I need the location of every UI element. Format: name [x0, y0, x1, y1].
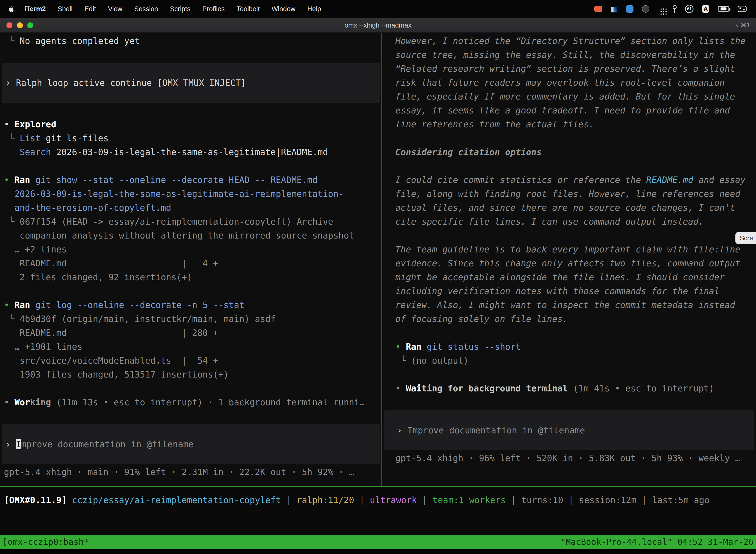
terminal-line: Search 2026-03-09-is-legal-the-same-as-l…	[4, 145, 380, 159]
menu-item-edit[interactable]: Edit	[79, 5, 102, 13]
terminal-line: • Waiting for background terminal (1m 41…	[395, 382, 751, 395]
terminal-line: • Explored	[4, 117, 380, 131]
terminal-line	[4, 382, 380, 395]
terminal-line: 2026-03-09-is-legal-the-same-as-legitima…	[4, 187, 380, 201]
model-status-left: gpt-5.4 xhigh · main · 91% left · 2.31M …	[4, 465, 380, 479]
dark-app-icon[interactable]	[642, 5, 649, 13]
menu-item-scripts[interactable]: Scripts	[164, 5, 196, 13]
text-cursor: I	[16, 439, 21, 449]
right-terminal-pane: However, I noticed the “Directory Struct…	[382, 33, 756, 486]
input-text: mprove documentation in @filename	[21, 439, 193, 449]
ralph-prompt-chevron: ›	[5, 78, 16, 88]
input-text: Improve documentation in @filename	[407, 426, 585, 435]
menu-bar: iTerm2 Shell Edit View Session Scripts P…	[0, 0, 756, 18]
menu-item-window[interactable]: Window	[266, 5, 301, 13]
key-icon[interactable]	[673, 5, 677, 9]
apple-menu-icon[interactable]	[6, 5, 18, 13]
traffic-lights	[6, 22, 33, 28]
terminal-line: • Ran git status --short	[395, 340, 751, 354]
raycast-icon[interactable]	[626, 5, 633, 13]
terminal-line	[395, 131, 751, 145]
tmux-status-bar: [omx-cczip0:bash* "MacBook-Pro-44.local"…	[0, 535, 756, 549]
right-transcript: However, I noticed the “Directory Struct…	[395, 34, 751, 395]
ralph-loop-banner: › Ralph loop active continue [OMX_TMUX_I…	[2, 63, 380, 103]
minimize-button[interactable]	[17, 22, 23, 28]
model-status-right: gpt-5.4 xhigh · 96% left · 520K in · 5.8…	[395, 451, 751, 465]
menu-status-icons: ▦ 61 A	[594, 5, 750, 13]
tmux-host-clock: "MacBook-Pro-44.local" 04:52 31-Mar-26	[561, 537, 754, 547]
terminal-line: • Ran git log --oneline --decorate -n 5 …	[4, 298, 380, 312]
screen-share-button[interactable]: Scre	[736, 232, 756, 244]
menu-item-iterm2[interactable]: iTerm2	[18, 5, 52, 13]
battery-percentage-icon[interactable]: 61	[685, 5, 693, 13]
input-prompt-chevron: ›	[5, 439, 16, 449]
terminal-line: and-the-erosion-of-copyleft.md	[4, 201, 380, 215]
terminal-line: └ (no output)	[395, 354, 751, 368]
omx-status-bar: [OMX#0.11.9] cczip/essay/ai-reimplementa…	[0, 487, 756, 535]
input-prompt-chevron: ›	[397, 426, 407, 435]
terminal-line	[395, 326, 751, 340]
terminal-line	[395, 159, 751, 173]
terminal-line: └ 067f154 (HEAD -> essay/ai-reimplementa…	[4, 215, 380, 229]
terminal-line: 1903 files changed, 513517 insertions(+)	[4, 368, 380, 382]
left-scrollback-top: └ No agents completed yet	[4, 34, 380, 48]
terminal-line: The team guideline is to back every impo…	[395, 242, 748, 326]
terminal-line: [OMX#0.11.9] cczip/essay/ai-reimplementa…	[4, 493, 756, 507]
menu-item-profiles[interactable]: Profiles	[196, 5, 231, 13]
screen-recording-icon[interactable]	[594, 6, 602, 12]
dots-grid-icon[interactable]	[658, 6, 664, 12]
terminal-line: └ No agents completed yet	[4, 34, 380, 48]
terminal-line: README.md | 280 +	[4, 326, 380, 340]
left-transcript: • Explored └ List git ls-files Search 20…	[4, 117, 380, 409]
input-source-icon[interactable]: A	[702, 5, 709, 13]
ralph-banner-text: Ralph loop active continue [OMX_TMUX_INJ…	[16, 78, 246, 88]
prompt-input-left[interactable]: › Improve documentation in @filename	[2, 424, 380, 464]
prompt-input-right[interactable]: › Improve documentation in @filename	[384, 410, 754, 450]
menu-item-toolbelt[interactable]: Toolbelt	[231, 5, 266, 13]
close-button[interactable]	[6, 22, 12, 28]
tmux-session-name: [omx-cczip0:bash*	[2, 537, 89, 547]
menu-item-session[interactable]: Session	[128, 5, 164, 13]
window-title-bar: omx --xhigh --madmax ⌥⌘1	[0, 18, 756, 33]
control-center-icon[interactable]	[738, 6, 747, 12]
terminal-line: 2 files changed, 92 insertions(+)	[4, 270, 380, 284]
terminal-line: I could cite commit statistics or refere…	[395, 173, 748, 229]
terminal-line: └ List git ls-files	[4, 131, 380, 145]
terminal-line	[4, 284, 380, 298]
terminal-line: Considering citation options	[395, 145, 751, 159]
terminal-line: … +1901 lines	[4, 340, 380, 354]
terminal-line	[395, 229, 751, 242]
left-terminal-pane: └ No agents completed yet › Ralph loop a…	[0, 33, 381, 486]
terminal-line: However, I noticed the “Directory Struct…	[395, 34, 748, 131]
terminal-line	[4, 159, 380, 173]
terminal-line: └ 4b9d30f (origin/main, instructkr/main,…	[4, 312, 380, 326]
terminal-line: src/voice/voiceModeEnabled.ts | 54 +	[4, 354, 380, 368]
desktop: iTerm2 Shell Edit View Session Scripts P…	[0, 0, 756, 554]
menu-item-view[interactable]: View	[102, 5, 128, 13]
terminal-line: • Working (11m 13s • esc to interrupt) ·…	[4, 395, 380, 409]
terminal-line	[395, 368, 751, 382]
terminal-line: README.md | 4 +	[4, 257, 380, 270]
menu-item-help[interactable]: Help	[301, 5, 327, 13]
terminal-line: … +2 lines	[4, 242, 380, 257]
terminal-line: companion analysis without altering the …	[4, 229, 380, 242]
grid-icon[interactable]: ▦	[611, 5, 618, 13]
battery-icon[interactable]	[718, 6, 729, 12]
terminal-line: • Ran git show --stat --oneline --decora…	[4, 173, 380, 187]
menu-item-shell[interactable]: Shell	[52, 5, 79, 13]
zoom-button[interactable]	[27, 22, 33, 28]
window-title: omx --xhigh --madmax	[344, 18, 412, 33]
window-shortcut-badge: ⌥⌘1	[733, 18, 751, 33]
